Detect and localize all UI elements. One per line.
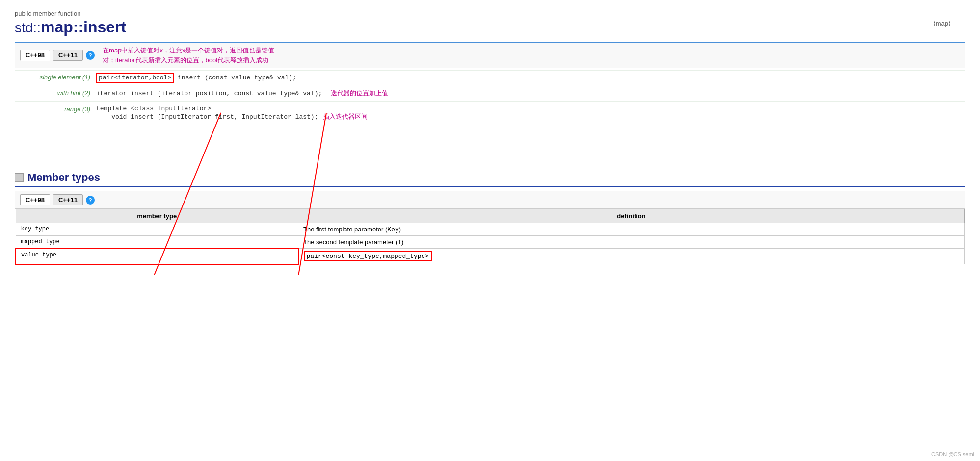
col-header-definition: definition bbox=[298, 209, 965, 223]
member-type-key-type: key_type bbox=[16, 223, 298, 236]
public-label: public member function bbox=[15, 10, 965, 17]
member-def-value-type: pair<const key_type,mapped_type> bbox=[298, 249, 965, 264]
member-types-section: Member types C++98 C++11 ? member type d… bbox=[15, 171, 965, 265]
overload-label-2: with hint (2) bbox=[15, 89, 96, 97]
tab-cpp11-insert[interactable]: C++11 bbox=[53, 50, 83, 61]
member-row-key-type: key_type The first template parameter (K… bbox=[16, 223, 965, 236]
insert-tab-row: C++98 C++11 ? 在map中插入键值对x，注意x是一个键值对，返回值也… bbox=[15, 43, 965, 68]
col-header-type: member type bbox=[16, 209, 298, 223]
tab-cpp98-insert[interactable]: C++98 bbox=[20, 50, 50, 61]
function-name: map::insert bbox=[41, 18, 126, 36]
overload-row-2: with hint (2) iterator insert (iterator … bbox=[15, 85, 965, 101]
overload-code-2: iterator insert (iterator position, cons… bbox=[96, 88, 965, 99]
tab-cpp98-member[interactable]: C++98 bbox=[20, 194, 50, 205]
member-types-table: member type definition key_type The firs… bbox=[15, 209, 965, 265]
member-types-header: Member types bbox=[15, 171, 965, 187]
help-icon-member[interactable]: ? bbox=[86, 196, 95, 205]
overload-label-3: range (3) bbox=[15, 104, 96, 113]
member-types-box: C++98 C++11 ? member type definition key… bbox=[15, 191, 965, 265]
map-link[interactable]: ⟨map⟩ bbox=[933, 20, 951, 27]
help-icon-insert[interactable]: ? bbox=[86, 51, 95, 60]
member-type-value-type: value_type bbox=[16, 249, 298, 264]
value-type-definition-boxed: pair<const key_type,mapped_type> bbox=[304, 251, 432, 261]
member-types-tab-row: C++98 C++11 ? bbox=[15, 191, 965, 209]
spacer bbox=[15, 142, 965, 161]
member-types-icon bbox=[15, 173, 24, 182]
member-row-value-type: value_type pair<const key_type,mapped_ty… bbox=[16, 249, 965, 264]
overload-row-1: single element (1) pair<iterator,bool> i… bbox=[15, 70, 965, 85]
namespace-prefix: std:: bbox=[15, 20, 41, 35]
boxed-pair-iterator-bool: pair<iterator,bool> bbox=[96, 73, 174, 83]
overload-code-1: pair<iterator,bool> insert (const value_… bbox=[96, 73, 965, 82]
page-title: std::map::insert bbox=[15, 18, 965, 36]
tab-cpp11-member[interactable]: C++11 bbox=[53, 194, 83, 205]
tab-description: 在map中插入键值对x，注意x是一个键值对，返回值也是键值 对；iterator… bbox=[103, 46, 274, 65]
member-types-title: Member types bbox=[27, 171, 100, 184]
overload-code-3: template <class InputIterator> void inse… bbox=[96, 104, 965, 122]
member-def-mapped-type: The second template parameter (T) bbox=[298, 236, 965, 249]
overload-label-1: single element (1) bbox=[15, 74, 96, 81]
insert-section-box: C++98 C++11 ? 在map中插入键值对x，注意x是一个键值对，返回值也… bbox=[15, 42, 965, 127]
member-def-key-type: The first template parameter (Key) bbox=[298, 223, 965, 236]
overload-list: single element (1) pair<iterator,bool> i… bbox=[15, 68, 965, 127]
member-row-mapped-type: mapped_type The second template paramete… bbox=[16, 236, 965, 249]
overload-row-3: range (3) template <class InputIterator>… bbox=[15, 101, 965, 125]
member-type-mapped-type: mapped_type bbox=[16, 236, 298, 249]
